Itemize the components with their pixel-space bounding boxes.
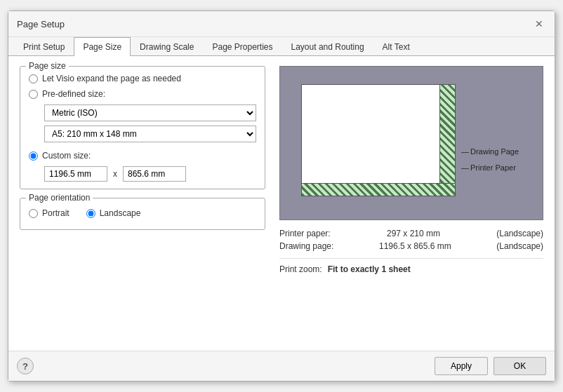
printer-strip-right [439, 85, 455, 196]
page-setup-dialog: Page Setup ✕ Print Setup Page Size Drawi… [8, 11, 555, 381]
tab-page-properties[interactable]: Page Properties [203, 37, 282, 56]
footer: ? Apply OK [8, 351, 555, 381]
drawing-page-label: Drawing Page [461, 147, 519, 156]
radio-predefined-label[interactable]: Pre-defined size: [42, 89, 105, 99]
size-separator: x [113, 169, 117, 179]
print-zoom-key: Print zoom: [279, 264, 322, 274]
main-content: Page size Let Visio expand the page as n… [8, 56, 555, 351]
radio-predefined[interactable] [29, 90, 38, 99]
drawing-page-key: Drawing page: [279, 241, 333, 251]
info-section: Printer paper: 297 x 210 mm (Landscape) … [279, 229, 543, 274]
dialog-title: Page Setup [17, 19, 65, 29]
custom-width-input[interactable] [44, 166, 107, 182]
radio-auto-label[interactable]: Let Visio expand the page as needed [42, 74, 181, 83]
radio-predefined-row: Pre-defined size: [29, 89, 256, 99]
printer-paper-key: Printer paper: [279, 229, 331, 238]
drawing-page-orient: (Landscape) [496, 241, 543, 251]
ok-button[interactable]: OK [494, 357, 546, 375]
help-button[interactable]: ? [17, 358, 34, 374]
printer-strip-bottom [302, 183, 455, 196]
apply-button[interactable]: Apply [435, 357, 488, 375]
printer-paper-orient: (Landscape) [496, 229, 543, 238]
preview-canvas: Drawing Page Printer Paper [279, 66, 543, 220]
radio-custom[interactable] [29, 151, 38, 161]
left-panel: Page size Let Visio expand the page as n… [20, 66, 265, 341]
orientation-group: Page orientation Portrait Landscape [20, 198, 265, 230]
radio-custom-label[interactable]: Custom size: [42, 151, 91, 161]
orientation-radios: Portrait Landscape [29, 208, 256, 224]
portrait-label[interactable]: Portrait [42, 208, 69, 218]
radio-auto-row: Let Visio expand the page as needed [29, 74, 256, 83]
right-panel: Drawing Page Printer Paper Printer paper… [279, 66, 543, 341]
drawing-page-val: 1196.5 x 865.6 mm [379, 241, 451, 251]
printer-paper-row: Printer paper: 297 x 210 mm (Landscape) [279, 229, 543, 238]
print-zoom-val: Fit to exactly 1 sheet [328, 264, 411, 274]
tab-alt-text[interactable]: Alt Text [373, 37, 419, 56]
footer-buttons: Apply OK [435, 357, 546, 375]
custom-size-row: x [44, 166, 256, 182]
radio-landscape[interactable] [86, 209, 95, 218]
page-size-group-title: Page size [26, 61, 69, 71]
tab-drawing-scale[interactable]: Drawing Scale [131, 37, 203, 56]
printer-paper-label: Printer Paper [461, 163, 516, 172]
portrait-row: Portrait [29, 208, 69, 218]
tab-layout-routing[interactable]: Layout and Routing [282, 37, 373, 56]
tab-print-setup[interactable]: Print Setup [14, 37, 74, 56]
title-bar: Page Setup ✕ [8, 11, 555, 37]
printer-paper-val: 297 x 210 mm [387, 229, 440, 238]
close-button[interactable]: ✕ [532, 17, 546, 31]
landscape-label[interactable]: Landscape [100, 208, 141, 218]
radio-custom-row: Custom size: [29, 151, 256, 161]
preview-page [301, 84, 456, 196]
landscape-row: Landscape [86, 208, 141, 218]
orientation-group-title: Page orientation [26, 193, 93, 203]
tab-bar: Print Setup Page Size Drawing Scale Page… [8, 37, 555, 56]
custom-height-input[interactable] [123, 166, 186, 182]
drawing-page-row: Drawing page: 1196.5 x 865.6 mm (Landsca… [279, 241, 543, 251]
radio-portrait[interactable] [29, 209, 38, 218]
radio-auto[interactable] [29, 74, 38, 83]
metric-dropdown[interactable]: Metric (ISO) [44, 104, 256, 121]
paper-size-dropdown[interactable]: A5: 210 mm x 148 mm [44, 126, 256, 142]
page-size-group: Page size Let Visio expand the page as n… [20, 66, 265, 189]
print-zoom-row: Print zoom: Fit to exactly 1 sheet [279, 258, 543, 274]
tab-page-size[interactable]: Page Size [74, 37, 131, 56]
